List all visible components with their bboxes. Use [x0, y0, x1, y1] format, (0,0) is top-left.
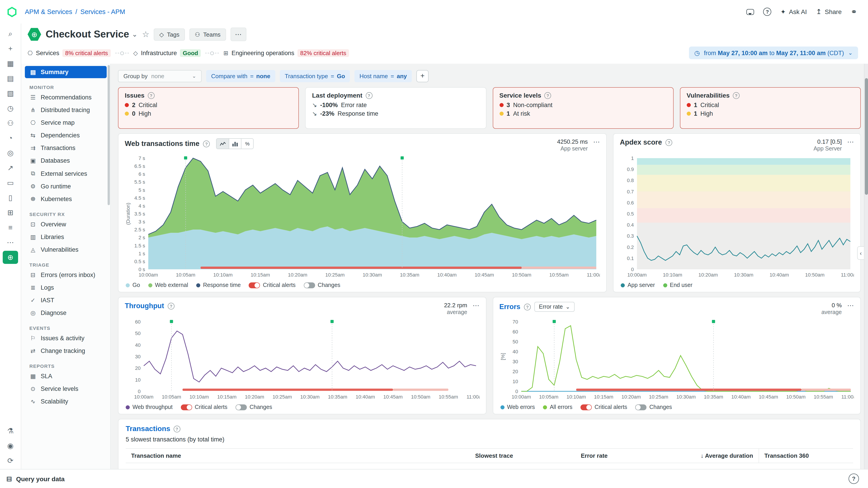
rail-item-refresh[interactable]: ⟳ [3, 454, 18, 467]
transactions-title[interactable]: Transactions [126, 425, 170, 433]
sidebar-item-distributed-tracing[interactable]: ⋔Distributed tracing [25, 104, 107, 116]
breadcrumb-current[interactable]: Services - APM [81, 8, 125, 15]
share-button[interactable]: ↥Share [816, 8, 842, 16]
filter-pill-compare-with[interactable]: Compare with=none [206, 70, 275, 82]
info-icon[interactable]: ? [524, 303, 531, 310]
sidebar-item-diagnose[interactable]: ◎Diagnose [25, 307, 107, 319]
error-rate-dropdown[interactable]: Error rate⌄ [534, 302, 575, 312]
errors-title[interactable]: Errors [499, 303, 520, 311]
sidebar-item-kubernetes[interactable]: ☸Kubernetes [25, 193, 107, 205]
rail-item-docs[interactable]: ▤ [3, 72, 18, 85]
sidebar-item-overview[interactable]: ⊡Overview [25, 218, 107, 230]
column-transaction-name[interactable]: Transaction name [126, 449, 373, 463]
toggle-changes[interactable] [236, 404, 247, 410]
vulnerabilities-card[interactable]: Vulnerabilities? 1Critical1High [680, 87, 861, 129]
scrollbar-thumb[interactable] [865, 78, 868, 195]
title-chevron-down-icon[interactable]: ⌄ [132, 30, 137, 38]
rail-item-labs[interactable]: ⚗ [3, 424, 18, 437]
toggle-critical-alerts[interactable] [249, 282, 260, 288]
chart-menu-icon[interactable]: ⋯ [473, 302, 479, 308]
query-your-data-button[interactable]: ⊟ Query your data [6, 475, 65, 483]
breadcrumb-parent[interactable]: APM & Services [25, 8, 72, 15]
sidebar-item-issues-activity[interactable]: ⚐Issues & activity [25, 332, 107, 344]
column-slowest-trace[interactable]: Slowest trace [373, 449, 519, 463]
info-icon[interactable]: ? [665, 139, 672, 146]
status-chip-engineering-operations[interactable]: ⊞Engineering operations82% critical aler… [223, 49, 349, 57]
legend-web-external[interactable]: Web external [148, 282, 188, 288]
percent-view-toggle[interactable]: % [241, 139, 253, 149]
group-by-dropdown[interactable]: Group by none ⌄ [118, 70, 202, 82]
legend-go[interactable]: Go [126, 282, 140, 288]
sidebar-item-change-tracking[interactable]: ⇄Change tracking [25, 345, 107, 357]
sidebar-item-dependencies[interactable]: ⇆Dependencies [25, 129, 107, 141]
help-circle-button[interactable]: ? [848, 474, 859, 484]
legend-changes[interactable]: Changes [236, 404, 272, 410]
sidebar-item-libraries[interactable]: ▥Libraries [25, 231, 107, 243]
info-icon[interactable]: ? [148, 92, 154, 99]
errors-plot[interactable]: 01020304050607010:00am10:05am10:10am10:1… [499, 316, 854, 401]
legend-changes[interactable]: Changes [304, 282, 340, 288]
more-actions-button[interactable]: ⋯ [230, 28, 246, 41]
sidebar-item-external-services[interactable]: ⧉External services [25, 167, 107, 180]
issues-card[interactable]: Issues? 2Critical0High [118, 87, 299, 129]
bar-view-toggle[interactable] [229, 139, 241, 149]
rail-item-dashboards[interactable]: ▧ [3, 87, 18, 100]
help-icon[interactable]: ? [763, 8, 772, 16]
rail-item-apps[interactable]: ▦ [3, 57, 18, 70]
line-view-toggle[interactable] [217, 139, 229, 149]
teams-button[interactable]: ⚇Teams [189, 28, 226, 40]
rail-item-alerts[interactable]: ◷ [3, 102, 18, 115]
info-icon[interactable]: ? [733, 92, 740, 99]
sidebar-item-service-levels[interactable]: ⊙Service levels [25, 383, 107, 395]
rail-item-integrations[interactable]: ⊞ [3, 206, 18, 219]
rail-item-teams[interactable]: ⚇ [3, 117, 18, 130]
collapse-panel-button[interactable]: ‹ [857, 246, 864, 260]
filter-pill-host-name[interactable]: Host name=any [354, 70, 412, 82]
filter-pill-transaction-type[interactable]: Transaction type=Go [280, 70, 350, 82]
rail-item-goals[interactable]: ◎ [3, 147, 18, 160]
column-transaction-360[interactable]: Transaction 360 [758, 449, 853, 463]
sidebar-item-summary[interactable]: ▤Summary [25, 66, 107, 78]
rail-item-security[interactable]: ⊕ [3, 251, 18, 264]
web-transactions-plot[interactable]: 0 s0.5 s1 s1.5 s2 s2.5 s3 s3.5 s4 s4.5 s… [125, 153, 600, 279]
sidebar-item-transactions[interactable]: ⇉Transactions [25, 142, 107, 154]
status-chip-services[interactable]: ⎔Services8% critical alerts [28, 49, 111, 57]
legend-critical-alerts[interactable]: Critical alerts [181, 404, 227, 410]
toggle-changes[interactable] [304, 282, 315, 288]
toggle-critical-alerts[interactable] [181, 404, 192, 410]
legend-all-errors[interactable]: All errors [543, 404, 572, 410]
sidebar-item-scalability[interactable]: ∿Scalability [25, 395, 107, 408]
rail-item-performance[interactable]: ◔ [3, 131, 18, 144]
rail-item-mobile[interactable]: ▯ [3, 191, 18, 204]
rail-item-search[interactable]: ⌕ [3, 27, 18, 40]
toggle-changes[interactable] [636, 404, 647, 410]
info-icon[interactable]: ? [366, 92, 372, 99]
legend-end-user[interactable]: End user [663, 282, 692, 288]
throughput-plot[interactable]: 010203040506010:00am10:05am10:10am10:15a… [125, 316, 479, 401]
chart-menu-icon[interactable]: ⋯ [847, 302, 854, 308]
rail-item-account[interactable]: ◉ [3, 439, 18, 452]
chart-menu-icon[interactable]: ⋯ [593, 138, 600, 145]
rail-item-browser[interactable]: ▭ [3, 176, 18, 189]
sidebar-item-logs[interactable]: ≣Logs [25, 282, 107, 294]
legend-critical-alerts[interactable]: Critical alerts [249, 282, 296, 288]
legend-response-time[interactable]: Response time [196, 282, 241, 288]
legend-web-throughput[interactable]: Web throughput [126, 404, 173, 410]
apdex-plot[interactable]: 00.10.20.30.40.50.60.70.80.9110:00am10:1… [620, 153, 854, 279]
newrelic-logo[interactable] [6, 6, 18, 18]
rail-item-create[interactable]: + [3, 42, 18, 55]
rail-item-stack[interactable]: ≡ [3, 221, 18, 234]
sidebar-item-iast[interactable]: ✓IAST [25, 294, 107, 306]
info-icon[interactable]: ? [174, 425, 180, 432]
feedback-icon[interactable] [747, 9, 754, 15]
page-scrollbar[interactable] [864, 64, 868, 469]
legend-changes[interactable]: Changes [636, 404, 672, 410]
legend-web-errors[interactable]: Web errors [500, 404, 535, 410]
toggle-critical-alerts[interactable] [581, 404, 592, 410]
favorite-star-icon[interactable]: ☆ [142, 29, 149, 39]
sidebar-item-vulnerabilities[interactable]: ◬Vulnerabilities [25, 243, 107, 256]
throughput-title[interactable]: Throughput [125, 302, 164, 310]
legend-app-server[interactable]: App server [621, 282, 655, 288]
info-icon[interactable]: ? [168, 302, 175, 309]
info-icon[interactable]: ? [544, 92, 551, 99]
